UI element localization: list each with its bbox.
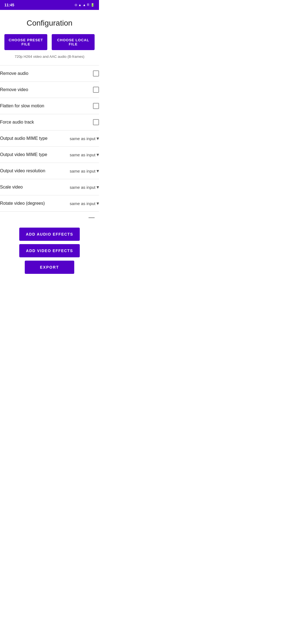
output-video-mime-arrow-icon: ▾ — [97, 152, 99, 158]
output-audio-mime-dropdown[interactable]: same as input ▾ — [70, 135, 99, 141]
bottom-buttons: ADD AUDIO EFFECTS ADD VIDEO EFFECTS EXPO… — [0, 223, 99, 280]
force-audio-track-row: Force audio track — [0, 114, 99, 130]
flatten-slow-motion-checkbox[interactable] — [93, 103, 99, 109]
page-title: Configuration — [4, 10, 95, 34]
output-video-resolution-row: Output video resolution same as input ▾ — [0, 163, 99, 179]
flatten-slow-motion-label: Flatten for slow motion — [0, 103, 44, 108]
rotate-video-value: same as input — [70, 201, 95, 206]
output-video-resolution-arrow-icon: ▾ — [97, 168, 99, 174]
button-row: CHOOSE PRESET FILE CHOOSE LOCAL FILE — [4, 34, 95, 50]
preset-description: 720p H264 video and AAC audio (B-frames) — [4, 54, 95, 59]
output-audio-mime-label: Output audio MIME type — [0, 136, 48, 141]
settings-section: Remove audio Remove video Flatten for sl… — [0, 66, 99, 212]
scale-video-value: same as input — [70, 185, 95, 190]
add-audio-effects-button[interactable]: ADD AUDIO EFFECTS — [19, 228, 80, 241]
output-audio-mime-value: same as input — [70, 136, 95, 141]
status-time: 11:45 — [4, 3, 14, 7]
remove-video-row: Remove video — [0, 82, 99, 98]
choose-local-file-button[interactable]: CHOOSE LOCAL FILE — [52, 34, 95, 50]
remove-video-label: Remove video — [0, 87, 28, 92]
scale-video-label: Scale video — [0, 185, 23, 190]
output-video-resolution-label: Output video resolution — [0, 168, 45, 173]
status-icons: ⊝ ▲ ▲ R 🔋 — [75, 3, 95, 7]
scale-video-dropdown[interactable]: same as input ▾ — [70, 184, 99, 190]
remove-audio-label: Remove audio — [0, 71, 28, 76]
output-video-mime-dropdown[interactable]: same as input ▾ — [70, 152, 99, 158]
remove-audio-checkbox[interactable] — [93, 70, 99, 77]
status-bar: 11:45 ⊝ ▲ ▲ R 🔋 — [0, 0, 99, 10]
signal-icon: ▲ — [82, 3, 86, 7]
battery-icon: 🔋 — [90, 3, 95, 7]
choose-preset-file-button[interactable]: CHOOSE PRESET FILE — [4, 34, 47, 50]
output-video-resolution-dropdown[interactable]: same as input ▾ — [70, 168, 99, 174]
output-video-mime-value: same as input — [70, 152, 95, 157]
notification-icon: ⊝ — [75, 3, 77, 7]
scale-video-arrow-icon: ▾ — [97, 184, 99, 190]
rotate-video-arrow-icon: ▾ — [97, 200, 99, 206]
force-audio-track-checkbox[interactable] — [93, 119, 99, 125]
roaming-icon: R — [87, 3, 89, 7]
export-button[interactable]: EXPORT — [25, 261, 74, 274]
rotate-video-row: Rotate video (degrees) same as input ▾ — [0, 195, 99, 212]
output-video-mime-row: Output video MIME type same as input ▾ — [0, 147, 99, 163]
scale-video-row: Scale video same as input ▾ — [0, 179, 99, 195]
output-audio-mime-arrow-icon: ▾ — [97, 135, 99, 141]
force-audio-track-label: Force audio track — [0, 120, 34, 125]
scroll-indicator: — — [0, 212, 99, 223]
output-audio-mime-row: Output audio MIME type same as input ▾ — [0, 130, 99, 147]
wifi-icon: ▲ — [78, 3, 82, 7]
output-video-resolution-value: same as input — [70, 169, 95, 173]
remove-audio-row: Remove audio — [0, 66, 99, 82]
rotate-video-label: Rotate video (degrees) — [0, 201, 45, 206]
rotate-video-dropdown[interactable]: same as input ▾ — [70, 200, 99, 206]
add-video-effects-button[interactable]: ADD VIDEO EFFECTS — [19, 244, 80, 257]
output-video-mime-label: Output video MIME type — [0, 152, 47, 157]
remove-video-checkbox[interactable] — [93, 87, 99, 93]
flatten-slow-motion-row: Flatten for slow motion — [0, 98, 99, 114]
